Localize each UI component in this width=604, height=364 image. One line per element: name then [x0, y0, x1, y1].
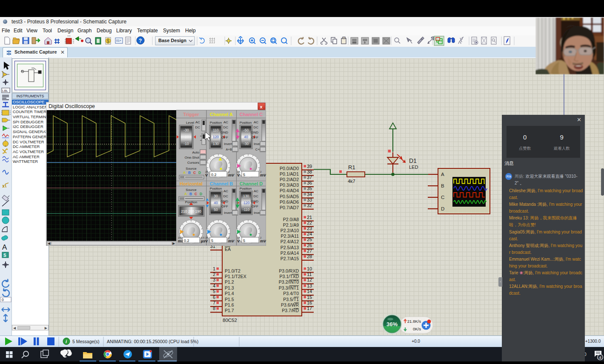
svg-text:D1: D1	[409, 157, 417, 164]
svg-text:DC: DC	[223, 125, 228, 129]
svg-text:23: 23	[307, 226, 312, 231]
svg-text:P3.6/WR: P3.6/WR	[281, 302, 299, 307]
svg-text:A: A	[184, 192, 187, 196]
svg-text:P2.7/A15: P2.7/A15	[281, 256, 299, 261]
svg-text:35: 35	[307, 186, 312, 191]
svg-text:21.8K/s: 21.8K/s	[407, 319, 421, 324]
svg-text:OFF: OFF	[221, 136, 228, 139]
svg-text:17: 17	[307, 306, 312, 311]
svg-text:AC: AC	[223, 120, 228, 124]
svg-text:15: 15	[307, 295, 312, 300]
svg-text:33: 33	[307, 197, 312, 202]
svg-text:Channel A: Channel A	[210, 112, 233, 117]
svg-text:DC: DC	[195, 125, 200, 129]
svg-text:120: 120	[213, 135, 219, 139]
svg-text:GND: GND	[220, 199, 228, 203]
svg-text:A: A	[183, 171, 186, 175]
svg-text:OFF: OFF	[252, 136, 258, 139]
svg-text:37: 37	[307, 175, 312, 180]
svg-text:P3.7/RD: P3.7/RD	[282, 308, 299, 313]
svg-text:P0.2/AD2: P0.2/AD2	[280, 177, 299, 182]
svg-text:50: 50	[214, 208, 218, 212]
svg-text:AC: AC	[254, 120, 258, 124]
svg-text:13: 13	[307, 283, 312, 288]
svg-text:Trigger: Trigger	[183, 112, 199, 117]
svg-text:6: 6	[213, 295, 215, 300]
svg-text:mV: mV	[228, 239, 235, 243]
svg-text:DC: DC	[253, 194, 258, 198]
svg-text:P1.4: P1.4	[225, 291, 234, 296]
svg-text:11: 11	[307, 272, 312, 277]
svg-text:OFF: OFF	[221, 205, 228, 208]
svg-text:P2.4/A12: P2.4/A12	[281, 239, 299, 244]
svg-text:B: B	[441, 183, 444, 188]
svg-text:P2.6/A14: P2.6/A14	[281, 250, 299, 256]
svg-text:P0.4/AD4: P0.4/AD4	[280, 188, 299, 193]
svg-text:One-Shot: One-Shot	[185, 156, 200, 159]
svg-text:40: 40	[214, 201, 218, 205]
svg-text:GND: GND	[251, 199, 258, 203]
svg-text:P0.7/AD7: P0.7/AD7	[280, 205, 299, 210]
svg-text:P1.6: P1.6	[225, 302, 234, 307]
svg-text:P3.5/T1: P3.5/T1	[283, 297, 299, 302]
svg-text:Channel D: Channel D	[240, 181, 263, 186]
svg-text:V: V	[205, 239, 208, 243]
svg-text:µs: µs	[200, 239, 205, 243]
svg-text:4: 4	[599, 355, 601, 360]
svg-text:36%: 36%	[386, 321, 398, 327]
svg-text:7: 7	[213, 300, 215, 305]
svg-text:P0.1/AD1: P0.1/AD1	[280, 171, 299, 176]
svg-text:-110: -110	[243, 208, 250, 212]
svg-text:12: 12	[307, 277, 312, 282]
svg-text:C: C	[193, 171, 196, 175]
svg-text:+1300.0: +1300.0	[585, 339, 601, 344]
svg-text:5: 5	[243, 239, 245, 243]
svg-text:4k7: 4k7	[348, 179, 355, 184]
svg-text:Channel B: Channel B	[210, 181, 233, 186]
svg-text:8: 8	[213, 306, 215, 311]
svg-text:Channel C: Channel C	[240, 112, 263, 117]
svg-text:-20: -20	[183, 135, 189, 139]
svg-text:Cursors: Cursors	[187, 161, 199, 165]
svg-text:110: 110	[213, 128, 219, 132]
svg-text:▶: ▶	[172, 242, 175, 245]
svg-text:mV: mV	[260, 239, 266, 243]
svg-text:P2.5/A13: P2.5/A13	[281, 245, 299, 250]
svg-text:P1.3: P1.3	[225, 285, 234, 290]
svg-text:P1.5: P1.5	[225, 297, 234, 302]
svg-text:80C52: 80C52	[223, 318, 237, 323]
svg-text:D: D	[441, 206, 444, 211]
svg-text:P1.2: P1.2	[225, 279, 234, 284]
svg-text:Position: Position	[210, 187, 222, 191]
svg-text:Position: Position	[240, 187, 252, 191]
svg-text:5: 5	[213, 289, 215, 294]
svg-text:5: 5	[243, 173, 245, 177]
svg-text:◀: ◀	[48, 242, 51, 245]
svg-text:P3.1/TXD: P3.1/TXD	[279, 274, 299, 279]
svg-text:A+B: A+B	[226, 148, 232, 151]
svg-text:21: 21	[307, 215, 312, 220]
svg-text:16: 16	[307, 300, 312, 305]
svg-text:P1.7: P1.7	[225, 308, 234, 313]
svg-text:2: 2	[213, 272, 215, 277]
svg-text:Position: Position	[210, 121, 222, 125]
svg-text:3: 3	[213, 277, 215, 282]
svg-text:AC: AC	[254, 189, 258, 193]
svg-text:P0.6/AD6: P0.6/AD6	[280, 199, 299, 205]
svg-text:A: A	[441, 172, 444, 177]
svg-text:mV: mV	[228, 173, 235, 177]
svg-text:P3.2/INT0: P3.2/INT0	[279, 279, 299, 284]
svg-text:P2.1/A9: P2.1/A9	[283, 222, 299, 228]
svg-text:Position: Position	[240, 121, 252, 125]
svg-text:130: 130	[213, 142, 219, 146]
svg-text:26: 26	[307, 243, 312, 248]
svg-text:-50: -50	[243, 128, 249, 132]
svg-text:AC: AC	[223, 189, 228, 193]
svg-text:OFF: OFF	[252, 205, 258, 208]
svg-text:0K/s: 0K/s	[413, 327, 421, 331]
svg-text:Digital Oscilloscope: Digital Oscilloscope	[49, 103, 95, 109]
svg-text:P0.5/AD5: P0.5/AD5	[280, 194, 299, 199]
svg-text:C: C	[195, 192, 197, 196]
svg-text:DC: DC	[223, 194, 228, 198]
svg-text:0.2: 0.2	[184, 239, 189, 243]
